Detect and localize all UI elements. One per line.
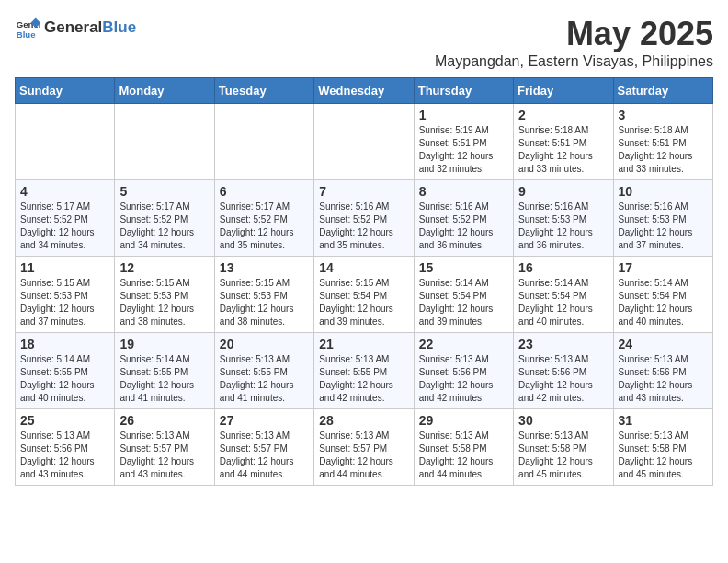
day-info: Sunrise: 5:14 AM Sunset: 5:55 PM Dayligh… (119, 353, 209, 405)
week-row-4: 18Sunrise: 5:14 AM Sunset: 5:55 PM Dayli… (16, 333, 713, 409)
day-number: 10 (619, 184, 708, 199)
logo-icon: General Blue (15, 15, 40, 40)
day-info: Sunrise: 5:14 AM Sunset: 5:54 PM Dayligh… (419, 277, 508, 328)
calendar-cell: 1Sunrise: 5:19 AM Sunset: 5:51 PM Daylig… (414, 104, 513, 180)
day-number: 19 (119, 337, 209, 351)
calendar-cell: 15Sunrise: 5:14 AM Sunset: 5:54 PM Dayli… (414, 257, 513, 333)
day-info: Sunrise: 5:13 AM Sunset: 5:55 PM Dayligh… (319, 353, 408, 405)
day-info: Sunrise: 5:16 AM Sunset: 5:52 PM Dayligh… (419, 201, 508, 252)
day-number: 12 (119, 260, 209, 275)
calendar-cell: 13Sunrise: 5:15 AM Sunset: 5:53 PM Dayli… (214, 257, 313, 333)
day-number: 18 (20, 337, 109, 351)
calendar-cell: 3Sunrise: 5:18 AM Sunset: 5:51 PM Daylig… (613, 104, 712, 180)
calendar-header: SundayMondayTuesdayWednesdayThursdayFrid… (16, 78, 713, 104)
header-row: SundayMondayTuesdayWednesdayThursdayFrid… (16, 78, 713, 104)
calendar-cell (214, 104, 313, 180)
header-cell-wednesday: Wednesday (314, 78, 414, 104)
calendar-cell: 6Sunrise: 5:17 AM Sunset: 5:52 PM Daylig… (214, 180, 313, 257)
day-info: Sunrise: 5:13 AM Sunset: 5:57 PM Dayligh… (220, 430, 309, 481)
day-info: Sunrise: 5:14 AM Sunset: 5:55 PM Dayligh… (20, 353, 109, 405)
day-number: 3 (619, 108, 708, 122)
day-info: Sunrise: 5:15 AM Sunset: 5:53 PM Dayligh… (20, 277, 109, 328)
day-info: Sunrise: 5:13 AM Sunset: 5:57 PM Dayligh… (119, 430, 209, 481)
week-row-2: 4Sunrise: 5:17 AM Sunset: 5:52 PM Daylig… (16, 180, 713, 257)
day-number: 20 (220, 337, 309, 351)
header-cell-monday: Monday (115, 78, 214, 104)
week-row-3: 11Sunrise: 5:15 AM Sunset: 5:53 PM Dayli… (16, 257, 713, 333)
day-number: 27 (220, 413, 309, 428)
calendar-cell: 26Sunrise: 5:13 AM Sunset: 5:57 PM Dayli… (115, 409, 214, 486)
day-number: 14 (319, 260, 408, 275)
day-number: 17 (619, 260, 708, 275)
calendar-table: SundayMondayTuesdayWednesdayThursdayFrid… (15, 77, 713, 486)
day-number: 29 (419, 413, 508, 428)
calendar-cell: 8Sunrise: 5:16 AM Sunset: 5:52 PM Daylig… (414, 180, 513, 257)
day-info: Sunrise: 5:17 AM Sunset: 5:52 PM Dayligh… (119, 201, 209, 252)
day-number: 31 (619, 413, 708, 428)
day-info: Sunrise: 5:13 AM Sunset: 5:56 PM Dayligh… (20, 430, 109, 481)
header: General Blue General Blue May 2025 Maypa… (15, 15, 713, 70)
day-info: Sunrise: 5:13 AM Sunset: 5:58 PM Dayligh… (619, 430, 708, 481)
day-info: Sunrise: 5:17 AM Sunset: 5:52 PM Dayligh… (20, 201, 109, 252)
calendar-cell (115, 104, 214, 180)
day-number: 23 (518, 337, 608, 351)
day-number: 5 (119, 184, 209, 199)
header-cell-saturday: Saturday (613, 78, 712, 104)
day-number: 21 (319, 337, 408, 351)
week-row-1: 1Sunrise: 5:19 AM Sunset: 5:51 PM Daylig… (16, 104, 713, 180)
day-number: 13 (220, 260, 309, 275)
calendar-cell: 28Sunrise: 5:13 AM Sunset: 5:57 PM Dayli… (314, 409, 414, 486)
main-title: May 2025 (435, 15, 713, 53)
header-cell-tuesday: Tuesday (214, 78, 313, 104)
day-info: Sunrise: 5:16 AM Sunset: 5:52 PM Dayligh… (319, 201, 408, 252)
calendar-cell: 12Sunrise: 5:15 AM Sunset: 5:53 PM Dayli… (115, 257, 214, 333)
day-number: 28 (319, 413, 408, 428)
day-number: 22 (419, 337, 508, 351)
day-info: Sunrise: 5:13 AM Sunset: 5:57 PM Dayligh… (319, 430, 408, 481)
day-number: 7 (319, 184, 408, 199)
day-number: 8 (419, 184, 508, 199)
logo-blue: Blue (102, 18, 136, 37)
day-number: 6 (220, 184, 309, 199)
logo: General Blue General Blue (15, 15, 136, 40)
calendar-cell: 29Sunrise: 5:13 AM Sunset: 5:58 PM Dayli… (414, 409, 513, 486)
calendar-cell: 31Sunrise: 5:13 AM Sunset: 5:58 PM Dayli… (613, 409, 712, 486)
day-info: Sunrise: 5:13 AM Sunset: 5:56 PM Dayligh… (419, 353, 508, 405)
day-number: 4 (20, 184, 109, 199)
day-info: Sunrise: 5:15 AM Sunset: 5:53 PM Dayligh… (119, 277, 209, 328)
day-number: 25 (20, 413, 109, 428)
calendar-cell: 10Sunrise: 5:16 AM Sunset: 5:53 PM Dayli… (613, 180, 712, 257)
day-number: 26 (119, 413, 209, 428)
calendar-cell: 18Sunrise: 5:14 AM Sunset: 5:55 PM Dayli… (16, 333, 115, 409)
calendar-body: 1Sunrise: 5:19 AM Sunset: 5:51 PM Daylig… (16, 104, 713, 486)
day-info: Sunrise: 5:13 AM Sunset: 5:56 PM Dayligh… (619, 353, 708, 405)
calendar-cell: 17Sunrise: 5:14 AM Sunset: 5:54 PM Dayli… (613, 257, 712, 333)
svg-text:Blue: Blue (17, 29, 36, 40)
day-number: 15 (419, 260, 508, 275)
logo-general: General (44, 18, 102, 37)
calendar-cell: 5Sunrise: 5:17 AM Sunset: 5:52 PM Daylig… (115, 180, 214, 257)
calendar-cell (16, 104, 115, 180)
day-info: Sunrise: 5:18 AM Sunset: 5:51 PM Dayligh… (619, 124, 708, 176)
day-info: Sunrise: 5:13 AM Sunset: 5:58 PM Dayligh… (518, 430, 608, 481)
day-info: Sunrise: 5:14 AM Sunset: 5:54 PM Dayligh… (619, 277, 708, 328)
day-info: Sunrise: 5:13 AM Sunset: 5:55 PM Dayligh… (220, 353, 309, 405)
calendar-cell: 24Sunrise: 5:13 AM Sunset: 5:56 PM Dayli… (613, 333, 712, 409)
day-info: Sunrise: 5:16 AM Sunset: 5:53 PM Dayligh… (619, 201, 708, 252)
day-info: Sunrise: 5:18 AM Sunset: 5:51 PM Dayligh… (518, 124, 608, 176)
calendar-cell: 22Sunrise: 5:13 AM Sunset: 5:56 PM Dayli… (414, 333, 513, 409)
calendar-cell: 19Sunrise: 5:14 AM Sunset: 5:55 PM Dayli… (115, 333, 214, 409)
day-info: Sunrise: 5:13 AM Sunset: 5:58 PM Dayligh… (419, 430, 508, 481)
day-number: 11 (20, 260, 109, 275)
header-cell-thursday: Thursday (414, 78, 513, 104)
calendar-cell: 21Sunrise: 5:13 AM Sunset: 5:55 PM Dayli… (314, 333, 414, 409)
calendar-cell (314, 104, 414, 180)
title-area: May 2025 Maypangdan, Eastern Visayas, Ph… (435, 15, 713, 70)
calendar-cell: 14Sunrise: 5:15 AM Sunset: 5:54 PM Dayli… (314, 257, 414, 333)
day-info: Sunrise: 5:15 AM Sunset: 5:54 PM Dayligh… (319, 277, 408, 328)
day-info: Sunrise: 5:17 AM Sunset: 5:52 PM Dayligh… (220, 201, 309, 252)
header-cell-sunday: Sunday (16, 78, 115, 104)
day-number: 2 (518, 108, 608, 122)
calendar-cell: 30Sunrise: 5:13 AM Sunset: 5:58 PM Dayli… (514, 409, 613, 486)
day-info: Sunrise: 5:16 AM Sunset: 5:53 PM Dayligh… (518, 201, 608, 252)
